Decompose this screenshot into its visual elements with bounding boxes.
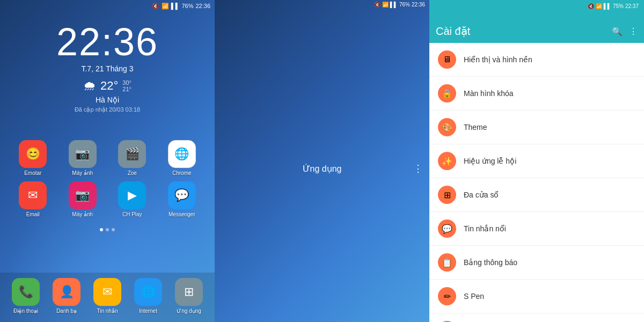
dock-icon-label: Điện thoại — [13, 308, 38, 314]
settings-item-4[interactable]: ⊞ Đa cửa sổ — [429, 178, 644, 212]
lock-screen-panel: 🔇 📶 ▌▌ 76% 22:36 22:36 T.7, 21 Tháng 3 🌧… — [0, 0, 215, 322]
settings-item-icon: 💬 — [438, 219, 456, 238]
settings-item-3[interactable]: ✨ Hiệu ứng lễ hội — [429, 144, 644, 178]
icon-img: 🎬 — [118, 140, 146, 168]
mute-icon-2: 🔇 — [374, 2, 380, 8]
bottom-dock: 📞 Điện thoại 👤 Danh bạ ✉ Tin nhắn 🌐 Inte… — [0, 273, 215, 322]
dock-icon-img: ✉ — [93, 278, 121, 306]
settings-panel: 🔇 📶 ▌▌ 75% 22:37 Cài đặt 🔍 ⋮ 🖥 Hiển thị … — [429, 0, 644, 322]
icon-img: 📷 — [69, 181, 97, 209]
dock-icon-3[interactable]: 🌐 Internet — [128, 278, 169, 314]
time-3: 22:37 — [625, 3, 639, 9]
settings-item-text: S Pen — [464, 292, 484, 301]
settings-item-2[interactable]: 🎨 Theme — [429, 111, 644, 144]
dock-icon-label: Danh bạ — [56, 308, 77, 314]
dot-2 — [106, 228, 109, 231]
icon-img: 🌐 — [168, 140, 196, 168]
clock-status: 22:36 — [195, 3, 210, 9]
home-icons-grid: 😊 Emotar 📷 Máy ảnh 🎬 Zoe 🌐 Chrome ✉ Emai… — [0, 129, 215, 223]
settings-header-row: Cài đặt 🔍 ⋮ — [429, 12, 644, 43]
weather-icon: 🌧 — [83, 78, 96, 93]
dock-icon-label: Ứng dụng — [177, 308, 201, 314]
home-icon-3[interactable]: 🌐 Chrome — [160, 140, 204, 176]
lock-date: T.7, 21 Tháng 3 — [0, 64, 215, 73]
icon-img: 📷 — [69, 140, 97, 168]
settings-item-5[interactable]: 💬 Tin nhắn nổi — [429, 212, 644, 246]
dock-icon-img: ⊞ — [175, 278, 203, 306]
icon-label: Máy ảnh — [72, 170, 93, 176]
icon-label: Emotar — [24, 170, 41, 176]
lock-big-time: 22:36 — [0, 23, 215, 61]
app-drawer-panel: 🔇 📶 ▌▌ 76% 22:36 Ứng dụng ⋮ 📞 Điện thoại… — [215, 0, 429, 322]
signal-icon-2: ▌▌ — [390, 2, 398, 8]
settings-item-icon: 🔒 — [438, 84, 456, 103]
settings-item-icon: ✨ — [438, 152, 456, 170]
dot-1 — [100, 228, 103, 231]
battery-text-3: 75% — [613, 3, 624, 9]
icon-img: 😊 — [19, 140, 47, 168]
signal-icon: ▌▌ — [171, 3, 180, 9]
home-icon-7[interactable]: 💬 Messenger — [160, 181, 204, 217]
settings-item-1[interactable]: 🔒 Màn hình khóa — [429, 77, 644, 111]
battery-text: 76% — [181, 3, 193, 9]
settings-item-text: Màn hình khóa — [464, 89, 514, 98]
search-icon[interactable]: 🔍 — [612, 26, 623, 36]
home-icon-5[interactable]: 📷 Máy ảnh — [61, 181, 105, 217]
lock-weather: 🌧 22° 30° 21° — [0, 78, 215, 93]
app-drawer-header: Ứng dụng ⋮ — [215, 8, 429, 322]
home-icon-2[interactable]: 🎬 Zoe — [110, 140, 155, 176]
settings-list: 🖥 Hiển thị và hình nền 🔒 Màn hình khóa 🎨… — [429, 43, 644, 322]
status-bar-1: 🔇 📶 ▌▌ 76% 22:36 — [0, 0, 215, 12]
signal-icon-3: ▌▌ — [604, 3, 611, 9]
dock-icon-img: 📞 — [12, 278, 40, 306]
settings-item-text: Theme — [464, 123, 487, 131]
home-icon-4[interactable]: ✉ Email — [11, 181, 55, 217]
settings-item-text: Đa cửa sổ — [464, 191, 499, 199]
dock-icon-1[interactable]: 👤 Danh bạ — [46, 278, 87, 314]
settings-header-icons: 🔍 ⋮ — [612, 26, 638, 36]
dock-icon-img: 🌐 — [134, 278, 162, 306]
time-2: 22:36 — [412, 2, 425, 8]
icon-label: Messenger — [169, 211, 195, 217]
settings-item-8[interactable]: 👋 Chuyển động và thao tác — [429, 313, 644, 322]
dock-icon-img: 👤 — [53, 278, 80, 306]
settings-item-text: Hiệu ứng lễ hội — [464, 157, 516, 165]
settings-item-7[interactable]: ✏ S Pen — [429, 280, 644, 313]
settings-title: Cài đặt — [436, 25, 612, 38]
settings-item-0[interactable]: 🖥 Hiển thị và hình nền — [429, 43, 644, 77]
more-options-icon-settings[interactable]: ⋮ — [629, 26, 638, 36]
lock-update: Đã cập nhật 20/03 03:18 — [0, 106, 215, 113]
battery-text-2: 76% — [399, 2, 410, 8]
dock-icon-2[interactable]: ✉ Tin nhắn — [87, 278, 128, 314]
dock-icon-4[interactable]: ⊞ Ứng dụng — [169, 278, 209, 314]
settings-item-icon: ⊞ — [438, 186, 456, 204]
weather-range: 30° 21° — [122, 79, 131, 92]
home-icon-0[interactable]: 😊 Emotar — [11, 140, 55, 176]
home-icon-6[interactable]: ▶ CH Play — [110, 181, 155, 217]
icon-img: ✉ — [19, 181, 47, 209]
wifi-icon-3: 📶 — [596, 3, 602, 9]
app-drawer-title: Ứng dụng — [303, 164, 342, 174]
icon-label: Zoe — [128, 170, 137, 176]
home-icon-1[interactable]: 📷 Máy ảnh — [61, 140, 105, 176]
more-options-icon[interactable]: ⋮ — [413, 163, 423, 174]
settings-item-text: Tin nhắn nổi — [464, 224, 506, 233]
status-bar-2: 🔇 📶 ▌▌ 76% 22:36 — [215, 0, 429, 8]
icon-img: 💬 — [168, 181, 196, 209]
icon-img: ▶ — [118, 181, 146, 209]
mute-icon: 🔇 — [152, 3, 159, 10]
wifi-icon-2: 📶 — [382, 2, 389, 8]
wifi-icon: 📶 — [162, 3, 169, 10]
icon-label: CH Play — [122, 211, 142, 217]
settings-item-icon: 📋 — [438, 253, 456, 272]
mute-icon-3: 🔇 — [588, 3, 594, 9]
icon-label: Chrome — [172, 170, 192, 176]
page-dots — [0, 228, 215, 231]
icon-label: Máy ảnh — [72, 211, 93, 217]
settings-item-icon: 🖥 — [438, 50, 456, 69]
status-bar-3: 🔇 📶 ▌▌ 75% 22:37 — [429, 0, 644, 12]
dock-icon-0[interactable]: 📞 Điện thoại — [5, 278, 46, 314]
settings-item-icon: 🎨 — [438, 118, 456, 136]
settings-item-6[interactable]: 📋 Bảng thông báo — [429, 246, 644, 280]
weather-temp: 22° — [100, 79, 118, 93]
